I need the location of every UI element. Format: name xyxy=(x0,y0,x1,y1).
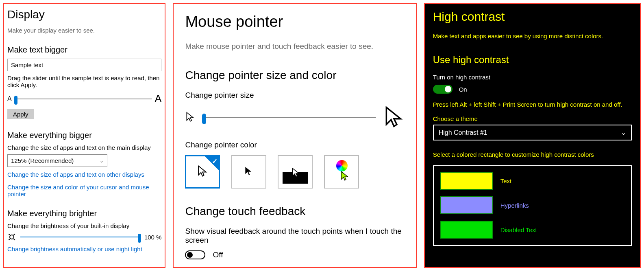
theme-dropdown[interactable]: High Contrast #1 ⌄ xyxy=(433,125,632,140)
small-a-icon: A xyxy=(7,95,12,103)
make-everything-bigger-heading: Make everything bigger xyxy=(7,131,161,140)
pointer-size-slider[interactable] xyxy=(202,117,376,118)
text-size-instructions: Drag the slider until the sample text is… xyxy=(7,75,161,88)
pointer-color-custom[interactable] xyxy=(324,155,359,189)
high-contrast-panel: High contrast Make text and apps easier … xyxy=(424,3,641,268)
link-cursor-settings[interactable]: Change the size and color of your cursor… xyxy=(7,184,161,197)
turn-on-label: Turn on high contrast xyxy=(433,74,632,81)
scale-dropdown-value: 125% (Recommended) xyxy=(11,157,74,164)
make-text-bigger-heading: Make text bigger xyxy=(7,45,161,55)
swatch-row: Text xyxy=(440,172,624,190)
swatch-hyperlinks[interactable] xyxy=(440,196,493,214)
pointer-color-label: Change pointer color xyxy=(185,140,405,149)
brightness-note: Change the brightness of your built-in d… xyxy=(7,222,161,229)
cursor-icon xyxy=(243,165,255,178)
mouse-pointer-panel: Mouse pointer Make mouse pointer and tou… xyxy=(173,3,416,268)
pointer-size-label: Change pointer size xyxy=(185,91,405,100)
swatch-label: Disabled Text xyxy=(500,226,537,233)
check-icon xyxy=(205,156,219,170)
swatch-label: Text xyxy=(500,178,512,184)
pointer-color-white[interactable] xyxy=(185,155,220,189)
page-title: High contrast xyxy=(433,10,632,24)
color-swatch-box: Text Hyperlinks Disabled Text xyxy=(433,165,632,246)
pointer-color-black[interactable] xyxy=(231,155,266,189)
swatch-row: Disabled Text xyxy=(440,221,624,239)
scale-dropdown[interactable]: 125% (Recommended) ⌄ xyxy=(7,154,107,167)
text-size-slider[interactable] xyxy=(14,99,152,99)
make-brighter-heading: Make everything brighter xyxy=(7,209,161,218)
big-a-icon: A xyxy=(154,92,161,105)
brightness-icon xyxy=(7,233,16,241)
page-subtitle: Make mouse pointer and touch feedback ea… xyxy=(185,42,405,51)
shortcut-hint: Press left Alt + left Shift + Print Scre… xyxy=(433,101,632,108)
page-title: Mouse pointer xyxy=(185,13,405,31)
pointer-color-inverted[interactable] xyxy=(278,155,313,189)
pointer-size-color-heading: Change pointer size and color xyxy=(185,69,405,82)
link-other-displays[interactable]: Change the size of apps and text on othe… xyxy=(7,171,161,178)
high-contrast-state: On xyxy=(459,86,467,93)
theme-label: Choose a theme xyxy=(433,115,632,122)
display-settings-panel: Display Make your display easier to see.… xyxy=(3,3,165,268)
use-high-contrast-heading: Use high contrast xyxy=(433,54,632,66)
apply-button[interactable]: Apply xyxy=(7,109,34,119)
high-contrast-toggle[interactable] xyxy=(433,85,453,94)
sample-text-preview: Sample text xyxy=(7,59,161,71)
touch-feedback-state: Off xyxy=(213,250,223,259)
scale-note: Change the size of apps and text on the … xyxy=(7,144,161,151)
page-title: Display xyxy=(7,8,161,21)
cursor-icon xyxy=(291,167,301,180)
link-night-light[interactable]: Change brightness automatically or use n… xyxy=(7,246,161,252)
small-cursor-icon xyxy=(185,112,196,124)
touch-feedback-heading: Change touch feedback xyxy=(185,205,405,218)
chevron-down-icon: ⌄ xyxy=(621,129,626,136)
page-subtitle: Make text and apps easier to see by usin… xyxy=(433,33,632,39)
page-subtitle: Make your display easier to see. xyxy=(7,27,161,34)
cursor-icon xyxy=(339,171,350,183)
large-cursor-icon xyxy=(383,105,405,130)
touch-feedback-toggle[interactable] xyxy=(185,250,205,259)
swatch-disabled-text[interactable] xyxy=(440,221,493,239)
customize-hint: Select a colored rectangle to customize … xyxy=(433,151,632,158)
swatch-text[interactable] xyxy=(440,172,493,190)
theme-dropdown-value: High Contrast #1 xyxy=(439,129,487,136)
swatch-label: Hyperlinks xyxy=(500,202,529,209)
swatch-row: Hyperlinks xyxy=(440,196,624,214)
brightness-slider[interactable] xyxy=(20,237,140,237)
brightness-value: 100 % xyxy=(144,234,162,241)
touch-feedback-text: Show visual feedback around the touch po… xyxy=(185,227,405,245)
chevron-down-icon: ⌄ xyxy=(100,158,104,164)
color-wheel-icon xyxy=(336,160,348,171)
